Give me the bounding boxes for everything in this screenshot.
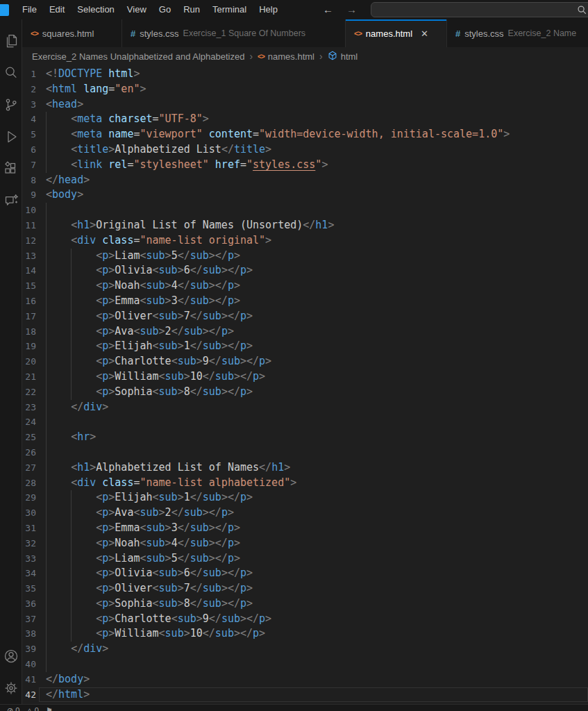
code-line[interactable]: 22 <p>Sophia<sub>8</sub></p> [22, 385, 588, 400]
code-line[interactable]: 8</head> [22, 173, 588, 188]
menu-run[interactable]: Run [177, 0, 206, 19]
code-line[interactable]: 26 [22, 445, 588, 460]
status-bell[interactable]: ⚑ [46, 705, 53, 711]
tab-description: Exercise_1 Square Of Numbers [183, 28, 305, 38]
menu-help[interactable]: Help [253, 0, 284, 19]
menu-file[interactable]: File [16, 0, 43, 19]
code-line[interactable]: 31 <p>Emma<sub>3</sub></p> [22, 521, 588, 536]
code-line[interactable]: 21 <p>William<sub>10</sub></p> [22, 369, 588, 385]
line-number: 31 [22, 521, 36, 536]
code-editor[interactable]: 1<!DOCTYPE html>2<html lang="en">3<head>… [22, 65, 588, 704]
back-arrow-icon[interactable]: ← [323, 0, 333, 19]
code-line[interactable]: 11 <h1>Original List of Names (Unsorted)… [22, 218, 588, 233]
menu-view[interactable]: View [121, 0, 153, 19]
command-center-search[interactable] [371, 2, 588, 17]
code-line[interactable]: 3<head> [22, 97, 588, 112]
tab-styles-css[interactable]: #styles.cssExercise_1 Square Of Numbers [122, 19, 346, 47]
code-line[interactable]: 36 <p>Sophia<sub>8</sub></p> [22, 596, 588, 612]
breadcrumb-item-nameshtml[interactable]: <>names.html [258, 51, 314, 62]
status-warning[interactable]: △0 [26, 705, 39, 711]
indent-guide [71, 263, 72, 278]
activity-item-search[interactable] [0, 57, 22, 89]
code-line[interactable]: 4 <meta charset="UTF-8"> [22, 112, 588, 127]
indent-guide [46, 490, 47, 505]
indent-guide [46, 324, 47, 340]
indent-guide [71, 385, 72, 400]
indent-guide [71, 626, 72, 642]
indent-guide [46, 142, 47, 158]
code-line[interactable]: 38 <p>William<sub>10</sub></p> [22, 626, 588, 642]
code-line[interactable]: 35 <p>Oliver<sub>7</sub></p> [22, 581, 588, 596]
activity-item-extensions[interactable] [0, 153, 22, 185]
code-line[interactable]: 34 <p>Olivia<sub>6</sub></p> [22, 566, 588, 581]
indent-guide [46, 581, 47, 596]
code-line[interactable]: 24 [22, 415, 588, 430]
activity-item-ai-chat[interactable] [0, 185, 22, 217]
code-line[interactable]: 27 <h1>Alphabetized List of Names</h1> [22, 460, 588, 476]
html-file-icon: <> [354, 29, 362, 37]
code-line[interactable]: 12 <div class="name-list original"> [22, 233, 588, 249]
line-number: 17 [22, 309, 36, 324]
line-number: 39 [22, 642, 36, 657]
code-line[interactable]: 2<html lang="en"> [22, 82, 588, 97]
line-number: 26 [22, 445, 36, 460]
indent-guide [46, 309, 47, 324]
menu-go[interactable]: Go [153, 0, 177, 19]
tab-styles-css-2[interactable]: #styles.cssExercise_2 Name [447, 19, 588, 47]
code-line[interactable]: 17 <p>Oliver<sub>7</sub></p> [22, 309, 588, 324]
activity-item-explorer[interactable] [0, 25, 22, 57]
code-line[interactable]: 10 [22, 203, 588, 218]
indent-guide [46, 278, 47, 294]
code-line[interactable]: 13 <p>Liam<sub>5</sub></p> [22, 249, 588, 264]
line-number: 33 [22, 551, 36, 567]
menu-selection[interactable]: Selection [71, 0, 120, 19]
code-line[interactable]: 5 <meta name="viewport" content="width=d… [22, 127, 588, 142]
code-line[interactable]: 33 <p>Liam<sub>5</sub></p> [22, 551, 588, 567]
code-line[interactable]: 14 <p>Olivia<sub>6</sub></p> [22, 263, 588, 278]
code-line[interactable]: 37 <p>Charlotte<sub>9</sub></p> [22, 612, 588, 627]
code-line[interactable]: 15 <p>Noah<sub>4</sub></p> [22, 278, 588, 294]
code-line[interactable]: 19 <p>Elijah<sub>1</sub></p> [22, 339, 588, 354]
line-number: 5 [22, 127, 36, 142]
line-number: 19 [22, 339, 36, 354]
forward-arrow-icon[interactable]: → [346, 0, 357, 19]
tab-squares-html[interactable]: <>squares.html [22, 19, 122, 47]
line-number: 27 [22, 460, 36, 476]
menu-bar: FileEditSelectionViewGoRunTerminalHelp [16, 0, 284, 19]
code-line[interactable]: 7 <link rel="stylesheet" href="styles.cs… [22, 158, 588, 173]
code-line[interactable]: 16 <p>Emma<sub>3</sub></p> [22, 294, 588, 309]
code-line[interactable]: 30 <p>Ava<sub>2</sub></p> [22, 505, 588, 521]
menu-terminal[interactable]: Terminal [206, 0, 253, 19]
line-number: 22 [22, 385, 36, 400]
code-line[interactable]: 9<body> [22, 187, 588, 203]
status-error[interactable]: ⊘0 [7, 705, 19, 711]
indent-guide [46, 158, 47, 173]
code-line[interactable]: 41</body> [22, 672, 588, 687]
code-line[interactable]: 23 </div> [22, 400, 588, 415]
line-number: 6 [22, 142, 36, 158]
activity-item-settings-gear[interactable] [0, 672, 22, 704]
activity-item-source-control[interactable] [0, 89, 22, 121]
code-line[interactable]: 29 <p>Elijah<sub>1</sub></p> [22, 490, 588, 505]
code-line[interactable]: 40 [22, 657, 588, 672]
code-line[interactable]: 1<!DOCTYPE html> [22, 67, 588, 82]
tab-names-html[interactable]: <>names.html✕ [346, 19, 447, 47]
code-line[interactable]: 25 <hr> [22, 430, 588, 445]
menu-edit[interactable]: Edit [43, 0, 71, 19]
breadcrumb-item-exercise2[interactable]: Exercise_2 Names Unalphabetized and Alph… [32, 51, 244, 62]
indent-guide [46, 354, 47, 369]
code-line[interactable]: 28 <div class="name-list alphabetized"> [22, 476, 588, 491]
activity-item-run-debug[interactable] [0, 121, 22, 153]
code-line[interactable]: 42</html> [22, 687, 588, 703]
code-line[interactable]: 18 <p>Ava<sub>2</sub></p> [22, 324, 588, 340]
indent-guide [46, 112, 47, 127]
activity-item-account[interactable] [0, 640, 22, 672]
code-line[interactable]: 6 <title>Alphabetized List</title> [22, 142, 588, 158]
code-line[interactable]: 39 </div> [22, 642, 588, 657]
indent-guide [71, 278, 72, 294]
close-icon[interactable]: ✕ [421, 28, 428, 39]
breadcrumb-item-html[interactable]: html [328, 51, 358, 62]
code-line[interactable]: 32 <p>Noah<sub>4</sub></p> [22, 536, 588, 551]
code-line[interactable]: 20 <p>Charlotte<sub>9</sub></p> [22, 354, 588, 369]
indent-guide [46, 505, 47, 521]
